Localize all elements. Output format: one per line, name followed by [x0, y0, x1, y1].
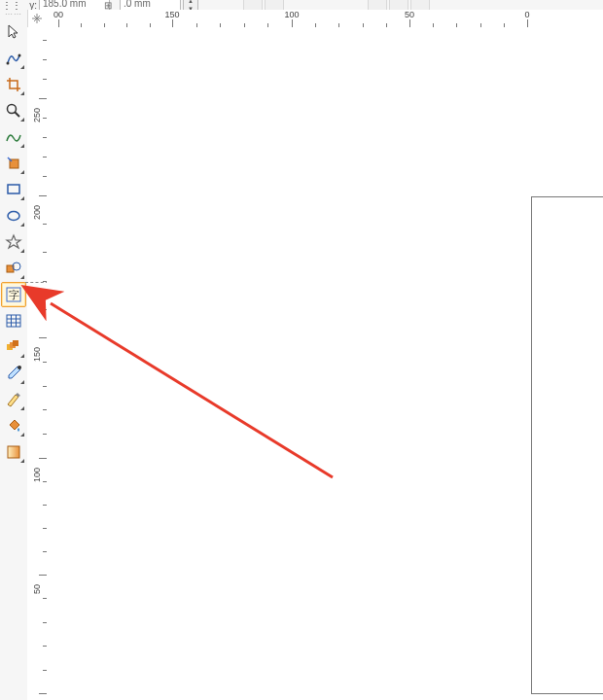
app-root: ⋮⋮ y: 185.0 mm ⊞ .0 mm ▲▼ 00 150 100 50 … [0, 0, 603, 700]
ruler-label: 150 [32, 347, 42, 362]
smart-fill-tool[interactable] [1, 151, 26, 176]
table-tool[interactable] [1, 308, 26, 333]
text-tool[interactable]: 字 [1, 282, 26, 307]
ruler-label: 100 [284, 10, 299, 19]
flyout-indicator-icon [20, 170, 24, 174]
page-boundary [531, 196, 603, 694]
ruler-label: 250 [32, 108, 42, 122]
grip-dots-icon: ⋮⋮ [2, 0, 21, 11]
ruler-label: 50 [405, 10, 414, 19]
basic-shapes-tool[interactable] [1, 256, 26, 281]
rectangle-tool[interactable] [1, 177, 26, 202]
eyedropper-tool[interactable] [1, 361, 26, 386]
fill-tool[interactable] [1, 413, 26, 438]
svg-line-3 [15, 112, 19, 117]
y-label: y: [23, 0, 37, 11]
flyout-indicator-icon [20, 459, 24, 463]
svg-point-15 [18, 366, 21, 369]
svg-point-0 [7, 62, 10, 65]
flyout-indicator-icon [20, 249, 24, 253]
vertical-ruler[interactable]: 250 200 150 100 50 0 [27, 27, 48, 700]
shape-tool[interactable] [1, 46, 26, 71]
ruler-label: 00 [53, 10, 63, 19]
horizontal-ruler[interactable]: 00 150 100 50 0 [47, 10, 603, 28]
flyout-indicator-icon [20, 223, 24, 227]
svg-rect-5 [8, 185, 19, 193]
svg-point-6 [8, 212, 19, 221]
ruler-label: 100 [32, 468, 42, 482]
zoom-tool[interactable] [1, 98, 26, 123]
ruler-label: 0 [524, 10, 529, 19]
cursor-position-marker [25, 282, 49, 283]
toolbox-grip-icon[interactable]: ⋯⋯ [0, 10, 27, 18]
pick-tool[interactable] [1, 19, 26, 45]
ellipse-tool[interactable] [1, 203, 26, 228]
interactive-fill-tool[interactable] [1, 439, 26, 465]
svg-text:字: 字 [9, 289, 19, 300]
svg-rect-14 [13, 340, 18, 346]
flyout-indicator-icon [20, 196, 24, 200]
flyout-indicator-icon [20, 65, 24, 69]
ruler-origin-button[interactable] [27, 10, 48, 28]
flyout-indicator-icon [20, 354, 24, 358]
svg-rect-16 [8, 446, 19, 458]
flyout-indicator-icon [20, 144, 24, 148]
svg-rect-11 [7, 315, 20, 327]
ruler-label: 150 [164, 10, 179, 19]
drawing-canvas[interactable] [47, 27, 603, 700]
flyout-indicator-icon [20, 406, 24, 410]
svg-point-1 [18, 54, 21, 57]
ruler-label: 200 [32, 205, 42, 220]
flyout-indicator-icon [20, 433, 24, 437]
ruler-label: 50 [32, 584, 42, 594]
flyout-indicator-icon [20, 91, 24, 95]
flyout-indicator-icon [20, 118, 24, 122]
freehand-tool[interactable] [1, 124, 26, 150]
polygon-tool[interactable] [1, 229, 26, 255]
flyout-indicator-icon [20, 275, 24, 279]
outline-tool[interactable] [1, 387, 26, 412]
toolbox: ⋯⋯ [0, 10, 28, 700]
flyout-indicator-icon [20, 380, 24, 384]
interactive-blend-tool[interactable] [1, 334, 26, 360]
lock-ratio-icon[interactable]: ⊞ [104, 0, 118, 11]
crop-tool[interactable] [1, 72, 26, 97]
